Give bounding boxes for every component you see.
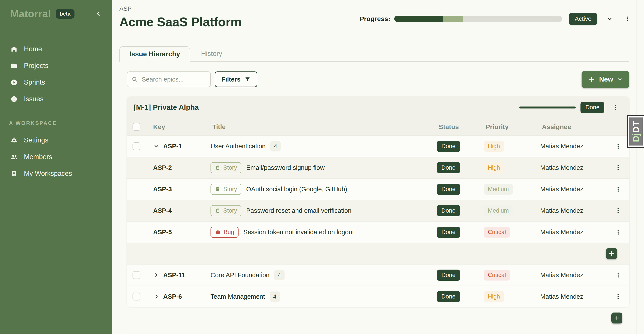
alert-circle-icon xyxy=(10,95,18,103)
expand-toggle-button[interactable] xyxy=(153,293,160,300)
new-button-label: New xyxy=(599,75,613,83)
sidebar-item-projects[interactable]: Projects xyxy=(0,58,112,74)
progress-done-segment xyxy=(394,16,443,22)
django-debug-toolbar-handle[interactable]: DjDT xyxy=(627,115,644,148)
kebab-icon xyxy=(615,207,622,214)
chevron-right-icon xyxy=(153,293,160,300)
row-menu-button[interactable] xyxy=(615,272,622,278)
kebab-icon xyxy=(615,164,622,171)
row-menu-button[interactable] xyxy=(615,164,622,171)
sidebar-item-label: My Workspaces xyxy=(24,170,72,178)
plus-icon xyxy=(588,76,595,83)
row-menu-button[interactable] xyxy=(615,186,622,192)
sidebar-item-sprints[interactable]: Sprints xyxy=(0,74,112,91)
row-menu-button[interactable] xyxy=(615,207,622,214)
kebab-icon xyxy=(615,293,622,300)
gear-icon xyxy=(10,137,18,144)
kebab-icon xyxy=(615,229,622,235)
issue-key: ASP-3 xyxy=(153,186,172,193)
folder-icon xyxy=(10,62,18,70)
priority-badge: Medium xyxy=(484,205,513,216)
priority-badge: Critical xyxy=(484,270,510,280)
issue-type-label: Story xyxy=(223,186,237,193)
chevron-left-icon xyxy=(95,11,102,17)
child-issue-row[interactable]: ASP-2StoryEmail/password signup flowDone… xyxy=(127,157,629,178)
search-input[interactable] xyxy=(142,76,206,83)
add-issue-button[interactable] xyxy=(606,248,617,259)
issue-type-badge: Story xyxy=(210,162,242,173)
filters-button[interactable]: Filters xyxy=(215,72,258,87)
search-icon xyxy=(131,76,138,83)
issue-key: ASP-2 xyxy=(153,164,172,171)
epic-status-badge: Done xyxy=(580,102,604,113)
kebab-icon xyxy=(615,186,622,192)
sidebar-header: Matorral beta xyxy=(0,8,112,20)
child-issue-row[interactable]: ASP-3StoryOAuth social login (Google, Gi… xyxy=(127,178,629,200)
beta-badge: beta xyxy=(56,9,74,19)
sidebar-item-home[interactable]: Home xyxy=(0,41,112,58)
child-issue-row[interactable]: ASP-4StoryPassword reset and email verif… xyxy=(127,200,629,221)
play-circle-icon xyxy=(10,79,18,86)
tab-issue-hierarchy[interactable]: Issue Hierarchy xyxy=(120,46,190,62)
kebab-icon xyxy=(624,16,630,22)
status-badge: Done xyxy=(437,184,460,195)
row-menu-button[interactable] xyxy=(615,229,622,235)
column-header-assignee: Assignee xyxy=(540,123,607,131)
assignee: Matias Mendez xyxy=(540,293,583,300)
new-button[interactable]: New xyxy=(582,71,629,88)
status-badge: Done xyxy=(437,205,460,216)
issue-table-header: Key Title Status Priority Assignee xyxy=(127,118,629,135)
users-icon xyxy=(10,153,18,161)
progress-label: Progress: xyxy=(360,15,390,23)
status-badge: Done xyxy=(437,162,460,173)
row-checkbox[interactable] xyxy=(132,292,140,300)
sidebar-collapse-button[interactable] xyxy=(94,9,104,19)
epic-header: [M-1] Private Alpha Done xyxy=(127,96,629,118)
row-menu-button[interactable] xyxy=(615,143,622,149)
add-issue-row[interactable] xyxy=(127,243,629,264)
issue-title: Team Management xyxy=(210,293,265,300)
chevron-right-icon xyxy=(153,272,160,278)
sidebar-workspace-nav: Settings Members My Workspaces xyxy=(0,132,112,182)
child-count-badge: 4 xyxy=(274,270,284,280)
django-debug-toolbar-label: DjDT xyxy=(629,118,643,146)
sidebar-item-issues[interactable]: Issues xyxy=(0,91,112,107)
status-badge: Done xyxy=(437,141,460,152)
epic-title: [M-1] Private Alpha xyxy=(134,103,199,112)
epic-issue-row[interactable]: ASP-1User Authentication4DoneHighMatias … xyxy=(127,135,629,157)
project-menu-button[interactable] xyxy=(624,16,630,22)
tab-history[interactable]: History xyxy=(190,46,233,61)
assignee: Matias Mendez xyxy=(540,164,583,171)
issue-type-label: Story xyxy=(223,207,237,214)
filter-funnel-icon xyxy=(244,76,250,82)
column-header-status: Status xyxy=(437,123,484,131)
select-all-checkbox[interactable] xyxy=(132,123,140,131)
epic-issue-row[interactable]: ASP-6Team Management4DoneHighMatias Mend… xyxy=(127,285,629,307)
epic-menu-button[interactable] xyxy=(612,104,619,111)
add-epic-button[interactable] xyxy=(611,312,622,323)
sidebar-item-settings[interactable]: Settings xyxy=(0,132,112,149)
sidebar-item-my-workspaces[interactable]: My Workspaces xyxy=(0,165,112,182)
expand-toggle-button[interactable] xyxy=(153,143,160,149)
epic-issue-row[interactable]: ASP-11Core API Foundation4DoneCriticalMa… xyxy=(127,264,629,285)
story-icon xyxy=(215,165,220,171)
issue-type-badge: Story xyxy=(210,205,242,216)
priority-badge: High xyxy=(484,291,504,302)
child-issue-row[interactable]: ASP-5BugSession token not invalidated on… xyxy=(127,221,629,243)
row-checkbox[interactable] xyxy=(132,142,140,150)
sidebar-item-label: Issues xyxy=(24,95,44,103)
issue-type-label: Bug xyxy=(224,229,234,236)
row-checkbox[interactable] xyxy=(132,271,140,279)
story-icon xyxy=(215,186,220,192)
status-dropdown-button[interactable] xyxy=(606,16,613,22)
priority-badge: Critical xyxy=(484,227,510,238)
row-menu-button[interactable] xyxy=(615,293,622,300)
epic-progress-fill xyxy=(519,107,576,109)
status-badge: Done xyxy=(437,227,460,238)
sidebar-item-members[interactable]: Members xyxy=(0,149,112,165)
issue-title: Core API Foundation xyxy=(210,271,270,279)
child-count-badge: 4 xyxy=(270,291,280,302)
kebab-icon xyxy=(612,104,619,111)
expand-toggle-button[interactable] xyxy=(153,272,160,278)
workspace-section-label: A WORKSPACE xyxy=(9,120,112,126)
